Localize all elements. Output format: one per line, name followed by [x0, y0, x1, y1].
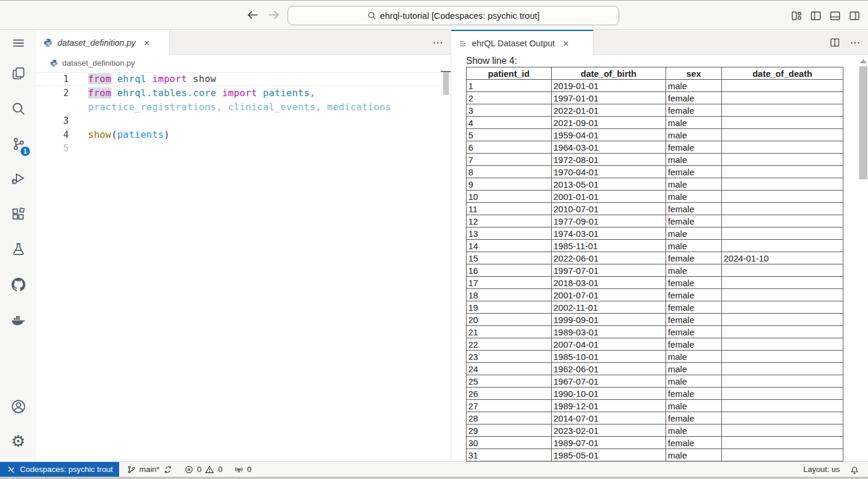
editor-tab-bar: dataset_definition.py × ⋯	[36, 30, 451, 55]
keyboard-layout-indicator[interactable]: Layout: us	[803, 465, 840, 474]
table-row: 241962-06-01male	[467, 363, 843, 375]
table-cell: 2022-06-01	[552, 252, 666, 264]
branch-indicator[interactable]: main*	[127, 465, 160, 474]
table-cell	[722, 141, 843, 154]
output-tab-bar: ehrQL Dataset Output × ⋯	[451, 30, 868, 55]
editor-group: dataset_definition.py × ⋯ dataset_defini…	[36, 30, 451, 461]
table-cell: 1972-08-01	[552, 154, 666, 166]
table-cell: 1964-03-01	[552, 141, 666, 154]
code-token: import	[222, 87, 257, 98]
output-group: ehrQL Dataset Output × ⋯ Show line 4: pa…	[451, 30, 868, 461]
output-list-icon	[458, 39, 467, 48]
code-editor[interactable]: 1 from ehrql import show 2 from ehrql.ta…	[36, 71, 451, 155]
vscode-window: ehrql-tutorial [Codespaces: psychic trou…	[0, 0, 868, 479]
sidebar-item-testing[interactable]	[0, 232, 36, 267]
table-cell: male	[666, 424, 722, 437]
sidebar-item-run-debug[interactable]	[0, 161, 36, 196]
output-scrollbar[interactable]	[859, 66, 867, 179]
table-cell: 30	[467, 437, 552, 449]
command-center-search[interactable]: ehrql-tutorial [Codespaces: psychic trou…	[288, 6, 619, 25]
remote-indicator[interactable]: Codespaces: psychic trout	[0, 462, 119, 477]
editor-more-actions-icon[interactable]: ⋯	[433, 36, 444, 49]
table-cell: 17	[467, 277, 552, 289]
table-row: 141985-11-01male	[467, 240, 843, 252]
table-cell: 1997-01-01	[552, 92, 666, 104]
forward-arrow-icon[interactable]	[268, 9, 280, 21]
table-cell: female	[666, 215, 722, 227]
table-cell: 1990-10-01	[552, 388, 666, 400]
table-row: 172018-03-01female	[467, 277, 843, 289]
table-row: 182001-07-01female	[467, 289, 843, 301]
code-line-4: 4 show(patients)	[36, 128, 441, 142]
sync-button[interactable]	[163, 465, 173, 474]
ports-indicator[interactable]: 0	[234, 465, 252, 474]
table-cell: male	[666, 449, 722, 461]
settings-button[interactable]: ⚙	[0, 424, 36, 459]
activity-bar: 1 ⚙	[0, 30, 36, 461]
table-cell	[722, 277, 843, 289]
table-row: 32022-01-01female	[467, 104, 843, 117]
tab-dataset-definition[interactable]: dataset_definition.py ×	[36, 30, 170, 56]
table-cell: female	[666, 252, 722, 264]
table-cell	[722, 227, 843, 240]
line-number: 5	[36, 143, 69, 154]
table-cell	[722, 104, 843, 117]
breadcrumb[interactable]: dataset_definition.py	[36, 55, 451, 71]
back-arrow-icon[interactable]	[246, 9, 259, 21]
table-row: 131974-03-01male	[467, 227, 843, 240]
table-cell: 20	[467, 314, 552, 326]
sidebar-item-search[interactable]	[0, 91, 36, 126]
code-token: show	[187, 73, 217, 84]
sidebar-item-explorer[interactable]	[0, 56, 36, 91]
sidebar-item-extensions[interactable]	[0, 196, 36, 232]
table-cell: female	[666, 326, 722, 338]
table-cell: 25	[467, 375, 552, 388]
table-cell: female	[666, 388, 722, 400]
code-line-3: 3	[36, 114, 441, 128]
close-icon[interactable]: ×	[563, 39, 569, 49]
line-number: 4	[36, 130, 69, 140]
dataset-table: patient_id date_of_birth sex date_of_dea…	[466, 67, 843, 461]
sidebar-item-github[interactable]	[0, 267, 36, 302]
gear-icon: ⚙	[11, 434, 25, 450]
output-webview: Show line 4: patient_id date_of_birth se…	[451, 55, 868, 461]
remote-label: Codespaces: psychic trout	[20, 465, 113, 474]
customize-layout-icon[interactable]	[791, 10, 802, 22]
code-token: show	[88, 129, 112, 140]
table-row: 42021-09-01male	[467, 117, 843, 129]
line-number: 3	[36, 115, 69, 126]
menu-button[interactable]	[0, 30, 36, 56]
problems-indicator[interactable]: 0 0	[184, 465, 222, 474]
sidebar-item-docker[interactable]	[0, 302, 36, 337]
table-cell	[722, 154, 843, 166]
bell-icon[interactable]	[850, 465, 859, 474]
table-row: 251967-07-01male	[467, 375, 843, 388]
editor-scrollbar[interactable]	[443, 72, 449, 95]
code-token: from	[88, 73, 112, 84]
table-row: 311985-05-01male	[467, 449, 843, 461]
table-cell: female	[666, 141, 722, 154]
tab-ehrql-dataset-output[interactable]: ehrQL Dataset Output ×	[451, 30, 593, 56]
toggle-panel-icon[interactable]	[829, 10, 841, 22]
dataset-table-body: 12019-01-01male21997-01-01female32022-01…	[467, 80, 843, 461]
warning-count: 0	[218, 465, 222, 474]
close-icon[interactable]: ×	[144, 38, 150, 48]
toggle-sidebar-icon[interactable]	[810, 10, 822, 22]
table-cell: 8	[467, 166, 552, 178]
table-row: 92013-05-01male	[467, 178, 843, 191]
table-cell: 1959-04-01	[552, 129, 666, 141]
branch-label: main*	[139, 465, 160, 474]
remote-icon	[6, 465, 16, 474]
scroll-up-arrow-icon[interactable]	[859, 58, 868, 64]
toggle-secondary-sidebar-icon[interactable]	[849, 10, 860, 22]
sidebar-item-source-control[interactable]: 1	[0, 126, 36, 161]
table-cell: male	[666, 363, 722, 375]
table-cell: 1967-07-01	[552, 375, 666, 388]
table-cell: 2018-03-01	[552, 277, 666, 289]
hamburger-icon	[11, 35, 26, 51]
split-editor-icon[interactable]	[829, 37, 840, 48]
column-header: patient_id	[467, 67, 552, 80]
accounts-button[interactable]	[0, 389, 36, 424]
github-octocat-icon	[11, 277, 26, 293]
output-more-actions-icon[interactable]: ⋯	[850, 36, 861, 49]
